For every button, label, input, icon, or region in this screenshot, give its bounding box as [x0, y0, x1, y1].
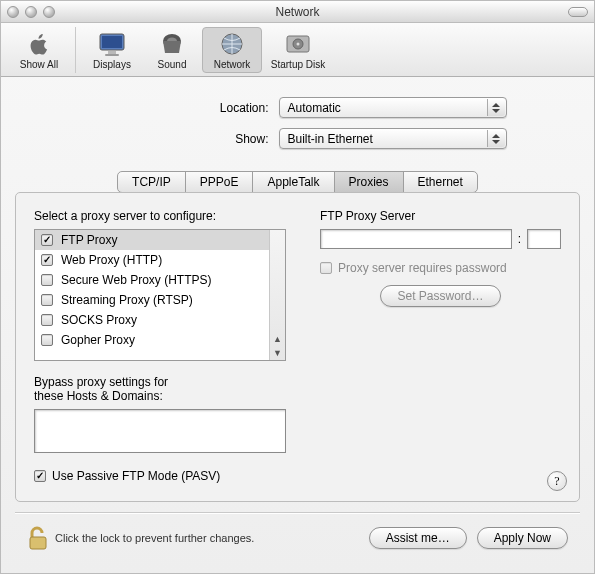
proxy-address-row: : — [320, 229, 561, 249]
checkbox[interactable] — [41, 294, 53, 306]
checkbox[interactable] — [41, 234, 53, 246]
set-password-button[interactable]: Set Password… — [380, 285, 500, 307]
proxy-port-input[interactable] — [527, 229, 561, 249]
list-item[interactable]: Gopher Proxy — [35, 330, 269, 350]
pasv-row: Use Passive FTP Mode (PASV) — [34, 469, 286, 483]
location-label: Location: — [89, 101, 279, 115]
proxies-panel: Select a proxy server to configure: FTP … — [15, 192, 580, 502]
chevron-updown-icon — [487, 99, 505, 116]
requires-password-label: Proxy server requires password — [338, 261, 507, 275]
list-item-label: SOCKS Proxy — [61, 313, 137, 327]
proxy-server-title: FTP Proxy Server — [320, 209, 561, 223]
toolbar-startup-label: Startup Disk — [271, 59, 325, 70]
show-popup[interactable]: Built-in Ethernet — [279, 128, 507, 149]
toolbar-toggle-button[interactable] — [568, 7, 588, 17]
apple-icon — [23, 30, 55, 58]
toolbar-separator — [75, 27, 76, 73]
toolbar-network[interactable]: Network — [202, 27, 262, 73]
lock-icon[interactable] — [27, 525, 49, 551]
toolbar-displays-label: Displays — [93, 59, 131, 70]
list-item[interactable]: FTP Proxy — [35, 230, 269, 250]
proxy-list: FTP Proxy Web Proxy (HTTP) Secure Web Pr… — [34, 229, 286, 361]
checkbox[interactable] — [41, 314, 53, 326]
show-value: Built-in Ethernet — [288, 132, 373, 146]
svg-point-9 — [297, 43, 300, 46]
requires-password-checkbox[interactable] — [320, 262, 332, 274]
show-label: Show: — [89, 132, 279, 146]
lock-row: Click the lock to prevent further change… — [27, 525, 254, 551]
toolbar-sound[interactable]: Sound — [142, 27, 202, 73]
apply-button[interactable]: Apply Now — [477, 527, 568, 549]
divider — [15, 512, 580, 513]
speaker-icon — [156, 30, 188, 58]
svg-rect-2 — [108, 51, 116, 54]
list-item-label: Secure Web Proxy (HTTPS) — [61, 273, 211, 287]
tab-appletalk[interactable]: AppleTalk — [252, 171, 334, 193]
tab-tcpip[interactable]: TCP/IP — [117, 171, 186, 193]
list-item-label: Streaming Proxy (RTSP) — [61, 293, 193, 307]
footer: Click the lock to prevent further change… — [15, 521, 580, 563]
disk-icon — [282, 30, 314, 58]
scrollbar-track[interactable] — [270, 230, 285, 332]
toolbar-startup-disk[interactable]: Startup Disk — [262, 27, 334, 73]
toolbar: Show All Displays Sound Network Startup — [1, 23, 594, 77]
list-item[interactable]: SOCKS Proxy — [35, 310, 269, 330]
scrollbar[interactable]: ▲ ▼ — [269, 230, 285, 360]
port-separator: : — [518, 232, 521, 246]
location-value: Automatic — [288, 101, 341, 115]
globe-icon — [216, 30, 248, 58]
toolbar-displays[interactable]: Displays — [82, 27, 142, 73]
list-item[interactable]: Secure Web Proxy (HTTPS) — [35, 270, 269, 290]
show-row: Show: Built-in Ethernet — [15, 128, 580, 149]
list-item[interactable]: Streaming Proxy (RTSP) — [35, 290, 269, 310]
tab-proxies[interactable]: Proxies — [334, 171, 404, 193]
checkbox[interactable] — [41, 254, 53, 266]
proxy-host-input[interactable] — [320, 229, 512, 249]
list-item[interactable]: Web Proxy (HTTP) — [35, 250, 269, 270]
checkbox[interactable] — [41, 334, 53, 346]
list-item-label: FTP Proxy — [61, 233, 117, 247]
scroll-down-icon[interactable]: ▼ — [270, 346, 285, 360]
display-icon — [96, 30, 128, 58]
bypass-label-2: these Hosts & Domains: — [34, 389, 286, 403]
tabbar: TCP/IP PPPoE AppleTalk Proxies Ethernet — [15, 171, 580, 193]
window-title: Network — [1, 5, 594, 19]
pasv-label: Use Passive FTP Mode (PASV) — [52, 469, 220, 483]
toolbar-sound-label: Sound — [158, 59, 187, 70]
assist-button[interactable]: Assist me… — [369, 527, 467, 549]
tab-pppoe[interactable]: PPPoE — [185, 171, 254, 193]
svg-rect-10 — [30, 537, 46, 549]
proxy-right-column: FTP Proxy Server : Proxy server requires… — [320, 209, 561, 483]
bypass-textarea[interactable] — [34, 409, 286, 453]
proxy-select-label: Select a proxy server to configure: — [34, 209, 286, 223]
scroll-up-icon[interactable]: ▲ — [270, 332, 285, 346]
toolbar-show-all[interactable]: Show All — [9, 27, 69, 73]
titlebar: Network — [1, 1, 594, 23]
lock-text: Click the lock to prevent further change… — [55, 532, 254, 544]
svg-rect-1 — [102, 36, 122, 48]
chevron-updown-icon — [487, 130, 505, 147]
proxy-left-column: Select a proxy server to configure: FTP … — [34, 209, 286, 483]
location-row: Location: Automatic — [15, 97, 580, 118]
toolbar-network-label: Network — [214, 59, 251, 70]
tab-ethernet[interactable]: Ethernet — [403, 171, 478, 193]
body: Location: Automatic Show: Built-in Ether… — [1, 77, 594, 573]
help-button[interactable]: ? — [547, 471, 567, 491]
svg-rect-3 — [105, 54, 119, 56]
checkbox[interactable] — [41, 274, 53, 286]
list-item-label: Gopher Proxy — [61, 333, 135, 347]
bypass-label-1: Bypass proxy settings for — [34, 375, 286, 389]
toolbar-show-all-label: Show All — [20, 59, 58, 70]
window-network: Network Show All Displays Sound — [0, 0, 595, 574]
list-item-label: Web Proxy (HTTP) — [61, 253, 162, 267]
location-popup[interactable]: Automatic — [279, 97, 507, 118]
requires-password-row: Proxy server requires password — [320, 261, 561, 275]
pasv-checkbox[interactable] — [34, 470, 46, 482]
